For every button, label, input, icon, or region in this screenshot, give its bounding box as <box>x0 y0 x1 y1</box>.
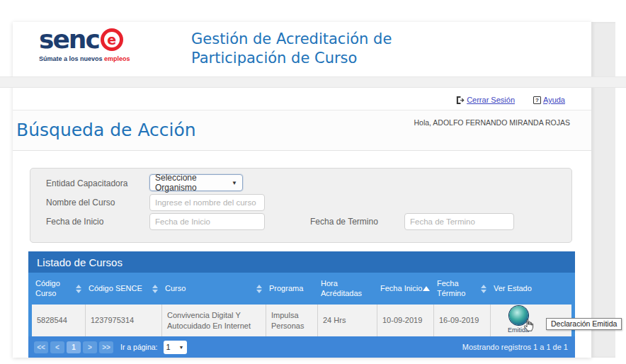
cell-horas: 24 Hrs <box>317 305 377 336</box>
cell-programa: Impulsa Personas <box>266 305 317 336</box>
cell-fecha-inicio: 10-09-2019 <box>377 305 433 336</box>
logo-tagline: Súmate a los nuevos empleos <box>39 55 188 62</box>
table-title: Listado de Cursos <box>28 251 575 273</box>
sort-icon <box>76 285 81 293</box>
heading-band: Búsqueda de Acción Hola, ADOLFO FERNANDO… <box>13 110 591 151</box>
pagination: << < 1 > >> Ir a página: 1 ▼ <box>34 341 187 354</box>
logo-e-swirl-icon: e <box>101 28 123 51</box>
sort-ascending-icon <box>423 286 430 291</box>
column-header-codigo-curso[interactable]: Código Curso <box>32 273 85 305</box>
table-header-row: Código Curso Código SENCE Curso Programa… <box>28 273 575 305</box>
help-link[interactable]: ? Ayuda <box>533 96 565 104</box>
hand-cursor-icon <box>523 319 535 332</box>
entity-label: Entidad Capacitadora <box>46 178 127 188</box>
pager-page-button[interactable]: 1 <box>67 341 81 353</box>
entity-select[interactable]: Seleccione Organismo ▼ <box>149 174 243 191</box>
logo-wordmark: senc <box>39 27 99 52</box>
pager-first-button[interactable]: << <box>34 341 48 353</box>
toolbar: Cerrar Sesión ? Ayuda <box>13 91 579 108</box>
pager-last-button[interactable]: >> <box>99 341 113 353</box>
start-date-input[interactable] <box>149 213 265 230</box>
app-title: Gestión de Acreditación de Participación… <box>191 30 392 68</box>
chevron-down-icon: ▼ <box>179 345 184 350</box>
header-divider-strip <box>0 76 626 88</box>
pager-prev-button[interactable]: < <box>50 341 64 353</box>
records-info: Mostrando registros 1 a 1 de 1 <box>462 343 568 351</box>
sence-logo: senc e Súmate a los nuevos empleos <box>39 27 188 62</box>
cell-codigo-sence: 1237975314 <box>85 305 161 336</box>
goto-page-select[interactable]: 1 ▼ <box>164 341 187 354</box>
end-date-input[interactable] <box>404 213 514 230</box>
course-name-input[interactable] <box>149 194 265 211</box>
column-header-horas[interactable]: Hora Acréditadas <box>317 273 377 305</box>
sort-icon <box>481 285 486 293</box>
search-form-panel: Entidad Capacitadora Seleccione Organism… <box>30 168 572 243</box>
column-header-curso[interactable]: Curso <box>161 273 266 305</box>
pager-next-button[interactable]: > <box>83 341 97 353</box>
tooltip: Declaración Emitida <box>546 318 622 330</box>
column-header-fecha-inicio[interactable]: Fecha Inicio <box>377 273 433 305</box>
logout-icon <box>455 96 465 105</box>
cell-codigo-curso: 5828544 <box>32 305 85 336</box>
table-row: 5828544 1237975314 Convivencia Digital Y… <box>28 305 575 336</box>
right-gutter <box>591 22 615 358</box>
user-greeting: Hola, ADOLFO FERNANDO MIRANDA ROJAS <box>414 118 570 127</box>
table-footer: << < 1 > >> Ir a página: 1 ▼ Mostrando r… <box>28 336 575 358</box>
cell-curso: Convivencia Digital Y Autocuidado En Int… <box>161 305 266 336</box>
estado-declaracion-button[interactable] <box>509 306 528 325</box>
page-title: Búsqueda de Acción <box>16 120 196 140</box>
cell-fecha-termino: 16-09-2019 <box>433 305 490 336</box>
logout-link[interactable]: Cerrar Sesión <box>455 96 515 105</box>
help-icon: ? <box>533 96 541 104</box>
sort-icon <box>256 285 262 293</box>
end-date-label: Fecha de Termino <box>310 217 378 227</box>
screen: senc e Súmate a los nuevos empleos Gesti… <box>0 0 626 364</box>
column-header-programa[interactable]: Programa <box>266 273 317 305</box>
column-header-codigo-sence[interactable]: Código SENCE <box>85 273 161 305</box>
goto-page-label: Ir a página: <box>120 343 158 351</box>
sort-icon <box>152 285 158 293</box>
chevron-down-icon: ▼ <box>232 180 237 186</box>
column-header-ver-estado[interactable]: Ver Estado <box>490 273 571 305</box>
course-list-panel: Listado de Cursos Código Curso Código SE… <box>28 251 575 358</box>
start-date-label: Fecha de Inicio <box>46 217 103 227</box>
course-name-label: Nombre del Curso <box>46 198 115 207</box>
column-header-fecha-termino[interactable]: Fecha Término <box>433 273 490 305</box>
